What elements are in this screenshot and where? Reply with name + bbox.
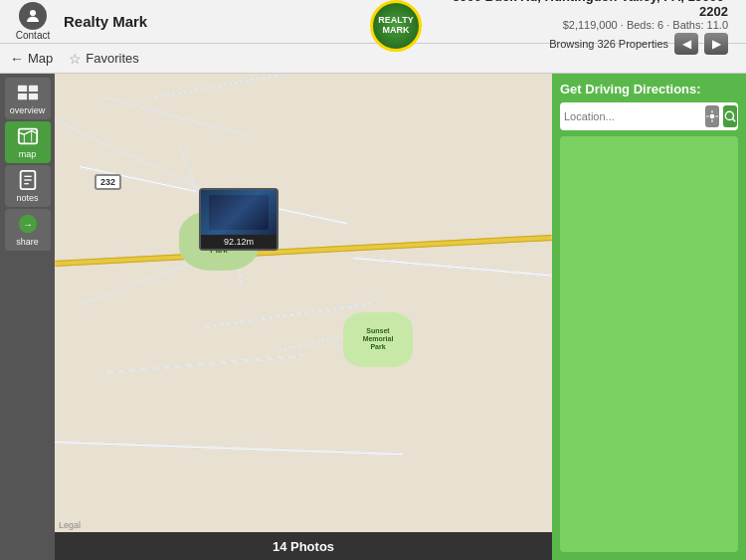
sidebar-item-share[interactable]: → share	[5, 209, 51, 251]
directions-result	[560, 136, 738, 552]
property-pin[interactable]: 92.12m	[199, 188, 279, 251]
map-sidebar-label: map	[19, 149, 37, 159]
sidebar: overview map notes	[0, 74, 55, 560]
sidebar-item-map[interactable]: map	[5, 121, 51, 163]
main-content: overview map notes	[0, 74, 746, 560]
next-button[interactable]: ▶	[704, 33, 728, 55]
photos-count: 14 Photos	[273, 539, 334, 554]
favorites-button[interactable]: ☆ Favorites	[69, 51, 138, 67]
svg-text:→: →	[22, 219, 32, 230]
favorites-label: Favorites	[86, 51, 138, 66]
svg-line-14	[733, 119, 736, 122]
share-icon: →	[17, 213, 39, 235]
prev-button[interactable]: ◀	[674, 33, 698, 55]
property-details: $2,119,000 · Beds: 6 · Baths: 11.0	[436, 19, 728, 31]
svg-point-13	[725, 111, 733, 119]
svg-rect-1	[17, 86, 26, 92]
browsing-count: Browsing 326 Properties	[549, 38, 668, 50]
grid-icon	[17, 82, 39, 103]
contact-label: Contact	[16, 30, 50, 41]
notes-label: notes	[16, 193, 38, 203]
property-address: 3900 Buck Rd, Huntingdon Valley, PA, 190…	[436, 0, 728, 19]
back-arrow-icon: ←	[10, 51, 24, 67]
search-icon	[723, 109, 737, 123]
star-icon: ☆	[69, 51, 82, 67]
svg-point-0	[30, 10, 36, 16]
location-input-wrap	[560, 102, 738, 130]
svg-rect-3	[17, 93, 26, 99]
overview-label: overview	[10, 105, 46, 115]
map-background: 232 LowerMorelandPark SunsetMemorialPark…	[55, 74, 552, 532]
map-icon	[17, 125, 39, 147]
directions-title: Get Driving Directions:	[560, 82, 738, 96]
map-legal: Legal	[59, 520, 81, 530]
search-button[interactable]	[723, 105, 737, 127]
sidebar-item-overview[interactable]: overview	[5, 78, 51, 119]
svg-rect-4	[28, 93, 37, 99]
person-icon	[24, 7, 42, 25]
photos-bar[interactable]: 14 Photos	[55, 532, 552, 560]
location-input[interactable]	[564, 110, 701, 122]
property-pin-label: 92.12m	[201, 235, 277, 249]
locate-icon	[705, 109, 719, 123]
svg-rect-5	[18, 129, 36, 144]
directions-panel: Get Driving Directions:	[552, 74, 746, 560]
property-info: 3900 Buck Rd, Huntingdon Valley, PA, 190…	[436, 0, 738, 55]
contact-area[interactable]: Contact	[8, 2, 58, 41]
location-icon-button[interactable]	[705, 105, 719, 127]
logo-area: REALTYMARK	[356, 0, 436, 48]
sidebar-item-notes[interactable]: notes	[5, 165, 51, 207]
svg-point-12	[710, 114, 715, 119]
contact-avatar	[19, 2, 47, 30]
property-pin-image	[201, 190, 277, 235]
map-button[interactable]: ← Map	[10, 51, 53, 67]
app-name: Realty Mark	[64, 13, 356, 30]
share-label: share	[16, 237, 39, 247]
map-area[interactable]: 232 LowerMorelandPark SunsetMemorialPark…	[55, 74, 552, 560]
park2: SunsetMemorialPark	[343, 312, 413, 367]
app-header: Contact Realty Mark REALTYMARK 3900 Buck…	[0, 0, 746, 44]
app-logo: REALTYMARK	[370, 0, 422, 52]
browsing-info: Browsing 326 Properties ◀ ▶	[436, 33, 728, 55]
svg-rect-2	[28, 86, 37, 92]
map-label: Map	[28, 51, 53, 66]
notes-icon	[17, 169, 39, 191]
